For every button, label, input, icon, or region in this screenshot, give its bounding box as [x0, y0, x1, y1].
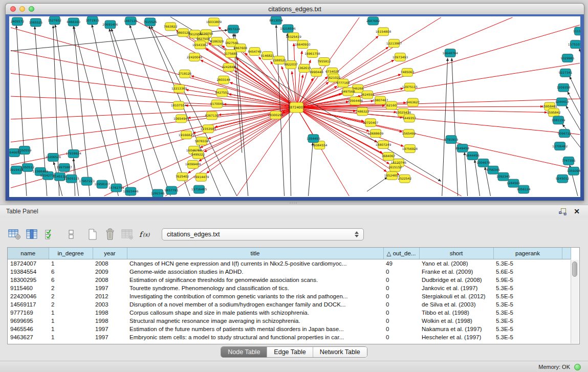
table-cell[interactable]: 49 — [383, 259, 419, 268]
table-row[interactable]: 969969511998Structural magnetic resonanc… — [8, 317, 571, 325]
table-cell[interactable]: 1998 — [93, 309, 127, 317]
table-scrollbar[interactable] — [571, 260, 579, 343]
table-cell[interactable]: Tourette syndrome. Phenomenology and cla… — [127, 284, 383, 292]
table-cell[interactable]: 18300295 — [8, 276, 49, 284]
table-cell[interactable]: 5.3E-5 — [493, 259, 562, 268]
table-cell[interactable]: 0 — [383, 317, 419, 325]
table-cell[interactable]: 14569117 — [8, 300, 49, 309]
table-cell[interactable]: Estimation of the future numbers of pati… — [127, 325, 383, 333]
table-cell[interactable]: 9463627 — [8, 333, 49, 341]
table-cell[interactable]: Tibbo et al. (1998) — [419, 309, 493, 317]
table-cell[interactable]: 0 — [383, 284, 419, 292]
table-cell[interactable]: 18724007 — [8, 259, 49, 268]
select-checks-icon[interactable] — [42, 227, 57, 242]
table-cell[interactable]: Changes of HCN gene expression and I(f) … — [127, 259, 383, 268]
table-cell[interactable]: Franke et al. (2009) — [419, 268, 493, 276]
close-panel-icon[interactable]: ✕ — [573, 207, 581, 215]
table-cell[interactable]: 0 — [383, 292, 419, 300]
table-cell[interactable]: 0 — [383, 309, 419, 317]
table-cell[interactable]: 9115460 — [8, 284, 49, 292]
table-cell[interactable]: 1 — [49, 259, 93, 268]
table-cell[interactable]: Investigating the contribution of common… — [127, 292, 383, 300]
table-cell[interactable]: 2 — [49, 300, 93, 309]
table-row[interactable]: 1938455462009Genome-wide association stu… — [8, 268, 571, 276]
table-cell[interactable]: 1 — [49, 317, 93, 325]
table-cell[interactable]: de Silva et al. (2003) — [419, 300, 493, 309]
table-cell[interactable]: 0 — [383, 325, 419, 333]
table-cell[interactable]: Jankovic et al. (1997) — [419, 284, 493, 292]
column-header-in_degree[interactable]: in_degree — [49, 248, 93, 259]
table-cell[interactable]: 5.3E-5 — [493, 300, 562, 309]
node-table-grid[interactable]: namein_degreeyeartitle△ out_de...shortpa… — [8, 248, 571, 341]
table-cell[interactable]: Embryonic stem cells: a model to study s… — [127, 333, 383, 341]
table-cell[interactable]: Genome-wide association studies in ADHD. — [127, 268, 383, 276]
tab-edge-table[interactable]: Edge Table — [267, 347, 312, 357]
table-cell[interactable]: 1997 — [93, 284, 127, 292]
table-cell[interactable]: Nakamura et al. (1997) — [419, 325, 493, 333]
table-row[interactable]: 946554611997Estimation of the future num… — [8, 325, 571, 333]
table-cell[interactable]: 5.3E-5 — [493, 317, 562, 325]
table-cell[interactable]: 6 — [49, 276, 93, 284]
table-cell[interactable]: Yano et al. (2008) — [419, 259, 493, 268]
table-cell[interactable]: 9465546 — [8, 325, 49, 333]
table-cell[interactable]: 22420046 — [8, 292, 49, 300]
column-header-year[interactable]: year — [93, 248, 127, 259]
table-row[interactable]: 977716911998Corpus callosum shape and si… — [8, 309, 571, 317]
table-cell[interactable]: 2 — [49, 284, 93, 292]
table-cell[interactable]: Stergiakouli et al. (2012) — [419, 292, 493, 300]
table-cell[interactable]: 1998 — [93, 317, 127, 325]
table-cell[interactable]: 2008 — [93, 259, 127, 268]
window-titlebar[interactable]: citations_edges.txt — [6, 4, 584, 15]
table-cell[interactable]: 2003 — [93, 300, 127, 309]
table-cell[interactable]: 2009 — [93, 268, 127, 276]
table-cell[interactable]: 9777169 — [8, 309, 49, 317]
table-row[interactable]: 946362711997Embryonic stem cells: a mode… — [8, 333, 571, 341]
scrollbar-thumb[interactable] — [572, 261, 577, 277]
column-header-title[interactable]: title — [127, 248, 383, 259]
tab-node-table[interactable]: Node Table — [221, 347, 267, 357]
table-cell[interactable]: 5.9E-5 — [493, 276, 562, 284]
column-header-pagerank[interactable]: pagerank — [493, 248, 562, 259]
table-cell[interactable]: Dudbridge et al. (2008) — [419, 276, 493, 284]
column-header-name[interactable]: name — [8, 248, 49, 259]
table-cell[interactable]: 2008 — [93, 276, 127, 284]
table-cell[interactable]: 5.6E-5 — [493, 268, 562, 276]
table-cell[interactable]: Corpus callosum shape and size in male p… — [127, 309, 383, 317]
table-cell[interactable]: 6 — [49, 268, 93, 276]
table-cell[interactable]: 1 — [49, 309, 93, 317]
float-panel-icon[interactable] — [558, 207, 567, 215]
table-cell[interactable]: 0 — [383, 276, 419, 284]
table-cell[interactable]: Structural magnetic resonance image aver… — [127, 317, 383, 325]
table-cell[interactable]: 5.3E-5 — [493, 309, 562, 317]
table-cell[interactable]: 0 — [383, 333, 419, 341]
table-cell[interactable]: 2 — [49, 292, 93, 300]
table-cell[interactable]: Disruption of a novel member of a sodium… — [127, 300, 383, 309]
table-cell[interactable]: 5.3E-5 — [493, 333, 562, 341]
table-cell[interactable]: 1997 — [93, 325, 127, 333]
table-cell[interactable]: 5.3E-5 — [493, 284, 562, 292]
table-row[interactable]: 1872400712008Changes of HCN gene express… — [8, 259, 571, 268]
function-builder-icon[interactable]: f(x) — [137, 227, 153, 242]
table-cell[interactable]: 5.3E-5 — [493, 325, 562, 333]
delete-trash-icon[interactable] — [102, 227, 118, 242]
table-cell[interactable]: Hescheler et al. (1997) — [419, 333, 493, 341]
column-header-short[interactable]: short — [419, 248, 493, 259]
table-cell[interactable]: 0 — [383, 300, 419, 309]
table-cell[interactable]: 1997 — [93, 333, 127, 341]
table-cell[interactable]: 1 — [49, 325, 93, 333]
table-row[interactable]: 1456911722003Disruption of a novel membe… — [8, 300, 571, 309]
table-settings-icon[interactable] — [7, 227, 23, 242]
citation-network-graph[interactable]: 2405572106552515276028466160107191520691… — [9, 16, 580, 197]
table-row[interactable]: 1830029562008Estimation of significance … — [8, 276, 571, 284]
column-header-out_de[interactable]: △ out_de... — [383, 248, 419, 259]
new-document-icon[interactable] — [85, 227, 100, 242]
tab-network-table[interactable]: Network Table — [313, 347, 367, 357]
table-cell[interactable]: 5.5E-5 — [493, 292, 562, 300]
table-cell[interactable]: Estimation of significance thresholds fo… — [127, 276, 383, 284]
row-height-icon[interactable] — [63, 227, 79, 242]
table-cell[interactable]: 2012 — [93, 292, 127, 300]
table-cell[interactable]: 0 — [383, 268, 419, 276]
table-row[interactable]: 911546021997Tourette syndrome. Phenomeno… — [8, 284, 571, 292]
table-cell[interactable]: Wolkin et al. (1998) — [419, 317, 493, 325]
network-canvas[interactable]: 2405572106552515276028466160107191520691… — [9, 16, 580, 197]
